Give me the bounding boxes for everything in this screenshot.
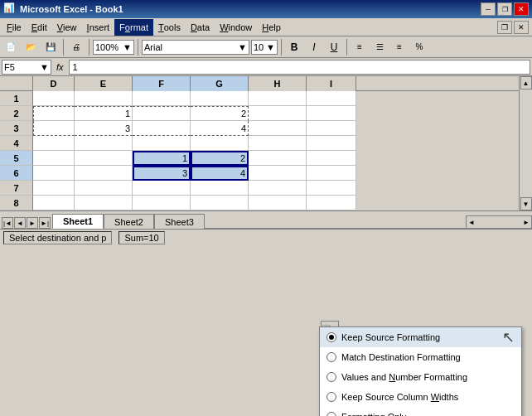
scroll-right-btn[interactable]: ► bbox=[521, 219, 531, 226]
cell-G8[interactable] bbox=[191, 196, 249, 210]
menu-data[interactable]: Data bbox=[186, 19, 215, 36]
col-header-F[interactable]: F bbox=[133, 76, 191, 91]
sheet-tab-sheet1[interactable]: Sheet1 bbox=[52, 214, 104, 229]
horizontal-scrollbar[interactable]: ◄ ► bbox=[466, 215, 532, 229]
bold-btn[interactable]: B bbox=[285, 39, 303, 56]
tab-nav-first[interactable]: |◄ bbox=[2, 217, 13, 229]
new-btn[interactable]: 📄 bbox=[2, 39, 20, 56]
cell-I8[interactable] bbox=[307, 196, 356, 210]
col-header-G[interactable]: G bbox=[191, 76, 249, 91]
cell-F3[interactable] bbox=[133, 121, 191, 136]
scroll-down-btn[interactable]: ▼ bbox=[520, 197, 532, 210]
menu-help[interactable]: Help bbox=[257, 19, 286, 36]
menu-format[interactable]: Format bbox=[114, 19, 153, 36]
cell-F6[interactable]: 3 bbox=[133, 166, 191, 181]
cell-H5[interactable] bbox=[249, 151, 307, 166]
cell-F7[interactable] bbox=[133, 181, 191, 196]
formula-input[interactable]: 1 bbox=[69, 60, 530, 75]
menu-window[interactable]: Window bbox=[215, 19, 257, 36]
cell-G1[interactable] bbox=[191, 91, 249, 106]
font-box[interactable]: Arial ▼ bbox=[142, 40, 249, 55]
tab-nav-last[interactable]: ►| bbox=[39, 217, 51, 229]
cell-F4[interactable] bbox=[133, 136, 191, 151]
percent-btn[interactable]: % bbox=[410, 39, 428, 56]
align-left-btn[interactable]: ≡ bbox=[351, 39, 369, 56]
font-arrow[interactable]: ▼ bbox=[238, 42, 247, 52]
cell-D5[interactable] bbox=[33, 151, 75, 166]
cell-F1[interactable] bbox=[133, 91, 191, 106]
minimize-button[interactable]: ─ bbox=[481, 2, 496, 16]
menu-edit[interactable]: Edit bbox=[27, 19, 52, 36]
cell-D6[interactable] bbox=[33, 166, 75, 181]
tab-nav-next[interactable]: ► bbox=[27, 217, 38, 229]
paste-option-values-number[interactable]: Values and Number Formatting bbox=[320, 367, 521, 387]
restore-button[interactable]: ❐ bbox=[497, 2, 512, 16]
cell-F8[interactable] bbox=[133, 196, 191, 210]
cell-E4[interactable] bbox=[75, 136, 133, 151]
save-btn[interactable]: 💾 bbox=[41, 39, 60, 56]
align-right-btn[interactable]: ≡ bbox=[390, 39, 409, 56]
cell-E1[interactable] bbox=[75, 91, 133, 106]
paste-option-keep-source[interactable]: Keep Source Formatting ↖ bbox=[320, 327, 521, 347]
app-restore-btn[interactable]: ❐ bbox=[497, 21, 512, 34]
cell-I7[interactable] bbox=[307, 181, 356, 196]
paste-option-keep-col-widths[interactable]: Keep Source Column Widths bbox=[320, 387, 521, 407]
print-btn[interactable]: 🖨 bbox=[67, 39, 85, 56]
cell-I2[interactable] bbox=[307, 106, 356, 121]
col-header-D[interactable]: D bbox=[33, 76, 75, 91]
col-header-H[interactable]: H bbox=[249, 76, 307, 91]
italic-btn[interactable]: I bbox=[305, 39, 323, 56]
cell-D7[interactable] bbox=[33, 181, 75, 196]
cell-F2[interactable] bbox=[133, 106, 191, 121]
menu-insert[interactable]: Insert bbox=[82, 19, 115, 36]
cell-I1[interactable] bbox=[307, 91, 356, 106]
cell-H4[interactable] bbox=[249, 136, 307, 151]
cell-I4[interactable] bbox=[307, 136, 356, 151]
underline-btn[interactable]: U bbox=[325, 39, 343, 56]
cell-D3[interactable] bbox=[33, 121, 75, 136]
menu-file[interactable]: File bbox=[2, 19, 27, 36]
scroll-up-btn[interactable]: ▲ bbox=[520, 76, 532, 89]
cell-I6[interactable] bbox=[307, 166, 356, 181]
cell-H1[interactable] bbox=[249, 91, 307, 106]
size-arrow[interactable]: ▼ bbox=[266, 42, 275, 52]
app-close-btn[interactable]: ✕ bbox=[514, 21, 529, 34]
cell-E5[interactable] bbox=[75, 151, 133, 166]
cell-G5[interactable]: 2 bbox=[191, 151, 249, 166]
cell-E8[interactable] bbox=[75, 196, 133, 210]
cell-I3[interactable] bbox=[307, 121, 356, 136]
cell-H7[interactable] bbox=[249, 181, 307, 196]
cell-reference-box[interactable]: F5 ▼ bbox=[2, 60, 51, 75]
cell-I5[interactable] bbox=[307, 151, 356, 166]
zoom-box[interactable]: 100% ▼ bbox=[93, 40, 134, 55]
col-header-E[interactable]: E bbox=[75, 76, 133, 91]
cell-E7[interactable] bbox=[75, 181, 133, 196]
tab-nav-prev[interactable]: ◄ bbox=[14, 217, 26, 229]
menu-view[interactable]: View bbox=[52, 19, 82, 36]
cell-D4[interactable] bbox=[33, 136, 75, 151]
zoom-arrow[interactable]: ▼ bbox=[123, 42, 132, 52]
cell-G7[interactable] bbox=[191, 181, 249, 196]
cell-G6[interactable]: 4 bbox=[191, 166, 249, 181]
menu-tools[interactable]: Tools bbox=[153, 19, 186, 36]
paste-option-match-dest[interactable]: Match Destination Formatting bbox=[320, 347, 521, 367]
cell-H2[interactable] bbox=[249, 106, 307, 121]
cell-F5[interactable]: 1 bbox=[133, 151, 191, 166]
cell-H8[interactable] bbox=[249, 196, 307, 210]
cell-G3[interactable]: 4 bbox=[191, 121, 249, 136]
paste-option-formatting-only[interactable]: Formatting Only bbox=[320, 407, 521, 416]
align-center-btn[interactable]: ☰ bbox=[370, 39, 389, 56]
cell-E3[interactable]: 3 bbox=[75, 121, 133, 136]
cell-D8[interactable] bbox=[33, 196, 75, 210]
vertical-scrollbar[interactable]: ▲ ▼ bbox=[519, 76, 532, 210]
scroll-left-btn[interactable]: ◄ bbox=[467, 219, 476, 226]
cell-E6[interactable] bbox=[75, 166, 133, 181]
cell-D2[interactable] bbox=[33, 106, 75, 121]
sheet-tab-sheet2[interactable]: Sheet2 bbox=[104, 214, 154, 229]
cell-G2[interactable]: 2 bbox=[191, 106, 249, 121]
cell-D1[interactable] bbox=[33, 91, 75, 106]
cell-E2[interactable]: 1 bbox=[75, 106, 133, 121]
col-header-I[interactable]: I bbox=[307, 76, 356, 91]
sheet-tab-sheet3[interactable]: Sheet3 bbox=[154, 214, 205, 229]
cell-H3[interactable] bbox=[249, 121, 307, 136]
